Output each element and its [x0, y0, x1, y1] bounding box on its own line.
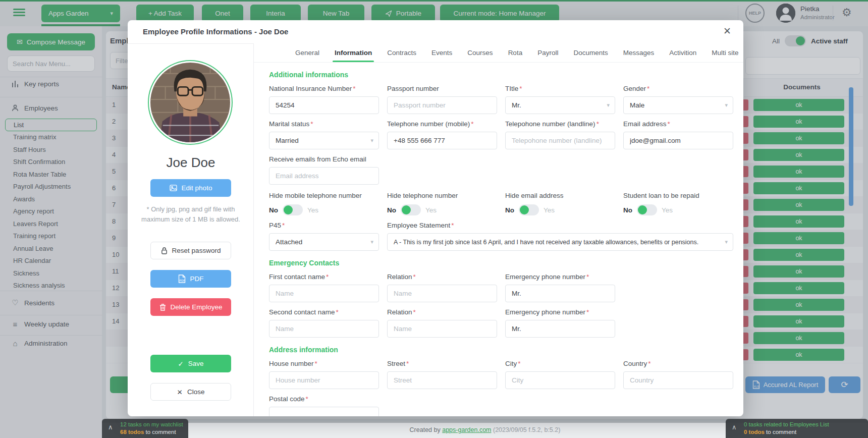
delete-label: Delete Employee: [171, 303, 223, 311]
marital-status-select[interactable]: Married ▾: [269, 132, 379, 149]
image-icon: [170, 185, 177, 191]
app: Apps Garden ▾ + Add Task Onet Interia Ne…: [0, 0, 868, 438]
toggle-knob: [402, 205, 411, 214]
field-echo-email: Receive emails from Echo email: [269, 155, 379, 185]
toggle-yes-label: Yes: [662, 206, 673, 214]
apps-garden-link[interactable]: apps-garden.com: [442, 426, 491, 433]
modal-tab[interactable]: Rota: [508, 43, 523, 62]
modal-tab[interactable]: Multi site: [712, 43, 738, 62]
field-title: TItle Mr. ▾: [505, 85, 615, 114]
toggle-knob: [520, 205, 529, 214]
pdf-button[interactable]: PDF PDF: [150, 270, 231, 288]
caret-down-icon: ▾: [370, 137, 373, 144]
toast-headline: 0 tasks related to Employees List: [744, 421, 863, 428]
statement-value: A - This is my first job since last 6 Ap…: [394, 239, 698, 246]
toggle-knob: [284, 205, 293, 214]
profile-panel: Joe Doe Edit photo * Only jpg, png and g…: [128, 43, 254, 416]
text-input[interactable]: Street: [387, 371, 497, 389]
gender-value: Male: [630, 101, 644, 109]
delete-employee-button[interactable]: Delete Employee: [150, 298, 231, 316]
modal-tab[interactable]: Contracts: [387, 43, 416, 62]
avatar-ring: [148, 60, 233, 145]
chevron-up-icon[interactable]: ∧: [732, 423, 737, 431]
pdf-label: PDF: [190, 275, 204, 283]
toggle-knob: [638, 205, 647, 214]
reset-password-button[interactable]: Reset password: [150, 242, 231, 259]
field-mobile: Telephone number (mobile): [387, 120, 497, 149]
text-input[interactable]: House number: [269, 371, 379, 389]
title-value: Mr.: [512, 101, 521, 109]
toggle-no-label: No: [623, 206, 632, 214]
toggle-switch[interactable]: [283, 204, 303, 215]
echo-email-input[interactable]: [269, 167, 379, 185]
emergency-field: Emergency phone number Mr.: [505, 308, 615, 338]
modal-tab[interactable]: General: [295, 43, 319, 62]
email-input[interactable]: [623, 132, 733, 149]
toggle-switch[interactable]: [519, 204, 539, 215]
text-input[interactable]: Country: [623, 371, 733, 389]
section-header-additional: Additional informations: [269, 71, 735, 79]
gender-select[interactable]: Male ▾: [623, 96, 733, 114]
landline-input[interactable]: [505, 132, 615, 149]
text-input[interactable]: Name: [269, 285, 379, 302]
modal-tab[interactable]: Payroll: [537, 43, 558, 62]
field-landline: Telepohone number (landline): [505, 120, 615, 149]
version-text: (2023/09/05 f.5.2, b:5.2): [493, 426, 560, 433]
emergency-row-1: First contact name Name Relation Name: [269, 273, 735, 302]
close-x-icon: ✕: [177, 388, 183, 396]
edit-photo-button[interactable]: Edit photo: [150, 179, 231, 197]
address-field: City City: [505, 360, 615, 389]
check-icon: ✓: [178, 360, 183, 368]
field-passport: Passport number: [387, 85, 497, 114]
mobile-input[interactable]: [387, 132, 497, 149]
pdf-file-icon: PDF: [178, 275, 186, 283]
toggle-switch[interactable]: [401, 204, 421, 215]
emergency-field: Second contact name Name: [269, 308, 379, 338]
close-label: Close: [187, 388, 205, 396]
passport-input[interactable]: [387, 96, 497, 114]
notification-toast[interactable]: ∧ 12 tasks on my watchlist 68 todos to c…: [102, 419, 188, 438]
modal-tab[interactable]: Information: [335, 43, 372, 62]
marital-value: Married: [276, 137, 299, 144]
notification-toast[interactable]: ∧ 0 tasks related to Employees List 0 to…: [726, 419, 868, 438]
text-input[interactable]: Name: [387, 320, 497, 338]
text-input[interactable]: Name: [387, 285, 497, 302]
caret-down-icon: ▾: [725, 239, 728, 245]
text-input[interactable]: Mr.: [505, 320, 615, 338]
trash-icon: [159, 303, 166, 311]
text-input[interactable]: Mr.: [505, 285, 615, 302]
postal-code-input[interactable]: [269, 407, 379, 416]
chevron-up-icon[interactable]: ∧: [108, 423, 113, 431]
edit-photo-label: Edit photo: [182, 184, 212, 192]
p45-value: Attached: [276, 238, 302, 246]
toggle-switch[interactable]: [637, 204, 657, 215]
close-icon[interactable]: ✕: [723, 25, 731, 37]
toggle-yes-label: Yes: [307, 206, 318, 214]
modal-tabs: GeneralInformationContractsEventsCourses…: [254, 43, 743, 63]
save-button[interactable]: ✓ Save: [150, 355, 231, 372]
text-input[interactable]: City: [505, 371, 615, 389]
toggle-no-label: No: [505, 206, 514, 214]
modal-tab[interactable]: Activition: [669, 43, 696, 62]
text-input[interactable]: Name: [269, 320, 379, 338]
modal-tab[interactable]: Messages: [623, 43, 655, 62]
created-prefix: Created by: [410, 426, 441, 433]
field-gender: Gender Male ▾: [623, 85, 733, 114]
modal-tab[interactable]: Courses: [467, 43, 493, 62]
modal-tab[interactable]: Documents: [573, 43, 608, 62]
field-national-insurance: National Insurance Number: [269, 85, 379, 114]
p45-select[interactable]: Attached ▾: [269, 233, 379, 251]
emergency-field: First contact name Name: [269, 273, 379, 302]
close-button[interactable]: ✕ Close: [150, 383, 231, 401]
national-insurance-input[interactable]: [269, 96, 379, 114]
modal-title: Employee Profile Informations - Joe Doe: [143, 27, 288, 36]
title-select[interactable]: Mr. ▾: [505, 96, 615, 114]
toggle-yes-label: Yes: [425, 206, 437, 214]
address-field: House number House number: [269, 360, 379, 389]
emergency-field: Relation Name: [387, 273, 497, 302]
emergency-field: Relation Name: [387, 308, 497, 338]
modal-tab[interactable]: Events: [431, 43, 452, 62]
toggle-no-label: No: [387, 206, 396, 214]
footer: Created by apps-garden.com (2023/09/05 f…: [102, 423, 868, 438]
employee-statement-select[interactable]: A - This is my first job since last 6 Ap…: [387, 233, 733, 251]
